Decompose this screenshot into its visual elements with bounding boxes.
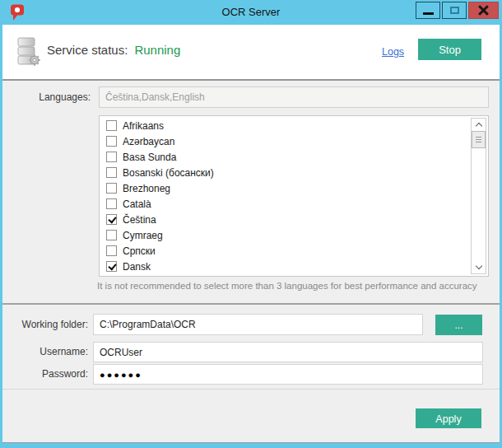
language-label: Brezhoneg	[123, 183, 170, 194]
language-label: Bosanski (босански)	[123, 167, 214, 179]
checkbox-icon[interactable]	[106, 245, 117, 256]
language-label: Dansk	[123, 261, 151, 273]
chevron-up-icon	[475, 123, 481, 129]
checkbox-icon[interactable]	[106, 152, 117, 162]
scrollbar[interactable]	[471, 118, 486, 274]
checkbox-icon[interactable]	[106, 120, 117, 131]
languages-hint: It is not recommended to select more tha…	[97, 281, 477, 291]
service-status: Service status:Running	[47, 43, 180, 57]
minimize-icon	[423, 12, 434, 15]
username-input[interactable]	[93, 342, 483, 362]
languages-label: Languages:	[0, 86, 91, 108]
ocr-server-window: OCR Server Service status:Running	[0, 0, 502, 448]
languages-summary-field[interactable]	[99, 86, 489, 108]
language-item[interactable]: Català	[100, 196, 472, 212]
password-input[interactable]	[93, 364, 483, 385]
language-label: Català	[123, 198, 151, 210]
language-item[interactable]: Cymraeg	[100, 227, 472, 243]
language-item[interactable]: Српски	[100, 243, 472, 259]
apply-button[interactable]: Apply	[416, 408, 481, 428]
maximize-button[interactable]	[442, 2, 467, 19]
language-label: Deutsch	[123, 277, 159, 278]
language-label: Čeština	[123, 214, 156, 226]
maximize-icon	[450, 7, 459, 14]
language-label: Afrikaans	[123, 120, 164, 132]
scrollbar-thumb[interactable]	[472, 131, 486, 148]
close-button[interactable]	[468, 2, 499, 19]
gear-icon	[29, 54, 40, 66]
language-label: Cymraeg	[123, 230, 163, 241]
language-item[interactable]: Basa Sunda	[100, 149, 472, 165]
language-item[interactable]: Bosanski (босански)	[100, 165, 472, 180]
checkbox-icon[interactable]	[106, 183, 117, 194]
working-folder-label: Working folder:	[0, 314, 88, 335]
language-listbox: AfrikaansAzərbaycanBasa SundaBosanski (б…	[99, 115, 489, 277]
language-item[interactable]: Afrikaans	[100, 118, 472, 133]
checkbox-icon[interactable]	[106, 167, 117, 178]
minimize-button[interactable]	[416, 2, 440, 19]
database-service-icon	[16, 37, 41, 67]
stop-button[interactable]: Stop	[418, 39, 481, 60]
checkbox-checked-icon[interactable]	[106, 261, 117, 272]
checkbox-icon[interactable]	[106, 198, 117, 209]
language-label: Azərbaycan	[123, 136, 174, 147]
checkbox-checked-icon[interactable]	[106, 214, 117, 225]
language-list: AfrikaansAzərbaycanBasa SundaBosanski (б…	[100, 118, 472, 277]
password-label: Password:	[0, 364, 88, 385]
language-item[interactable]: Brezhoneg	[100, 180, 472, 196]
scroll-down-button[interactable]	[472, 261, 486, 273]
language-item[interactable]: Azərbaycan	[100, 133, 472, 149]
logs-link[interactable]: Logs	[382, 46, 404, 58]
language-item[interactable]: Deutsch	[100, 274, 472, 277]
chevron-down-icon	[475, 263, 481, 269]
language-label: Basa Sunda	[123, 152, 176, 163]
username-label: Username:	[0, 342, 88, 362]
language-label: Српски	[123, 245, 156, 257]
service-status-label: Service status:	[47, 43, 128, 57]
working-folder-input[interactable]	[93, 314, 423, 335]
language-item[interactable]: Čeština	[100, 212, 472, 227]
close-icon	[477, 5, 490, 16]
checkbox-icon[interactable]	[106, 230, 117, 240]
checkbox-icon[interactable]	[106, 136, 117, 147]
language-item[interactable]: Dansk	[100, 259, 472, 274]
scroll-up-button[interactable]	[472, 119, 486, 131]
service-status-value: Running	[134, 43, 180, 57]
titlebar[interactable]: OCR Server	[0, 0, 502, 25]
grip-icon	[476, 137, 481, 142]
browse-button[interactable]: ...	[435, 315, 482, 335]
